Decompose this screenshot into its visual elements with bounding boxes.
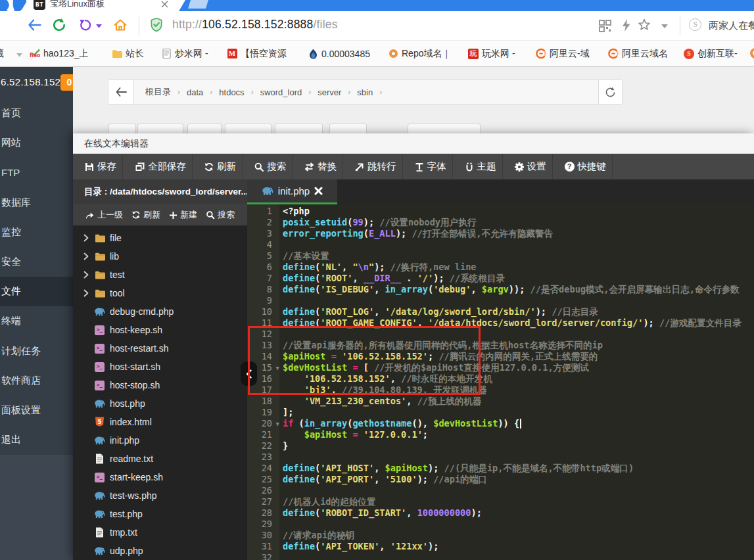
tree-item-start-keep.sh[interactable]: >_start-keep.sh [73, 468, 247, 486]
tree-item-udp.php[interactable]: udp.php [73, 542, 247, 560]
back-button[interactable] [108, 80, 134, 104]
bookmark-item-2[interactable]: 站长 [112, 41, 144, 66]
sidebar-item-5[interactable]: 监控 [0, 218, 73, 247]
toolbar-button-label: 全部保存 [148, 160, 186, 173]
sidebar-item-2[interactable]: 网站 [0, 128, 73, 158]
breadcrumb-item[interactable]: data [187, 87, 203, 97]
editor-toolbar-replace-button[interactable]: 替换 [293, 154, 343, 179]
chevron-right-icon [83, 234, 91, 242]
breadcrumb-item[interactable]: server [318, 87, 341, 97]
sidebar-item-4[interactable]: 数据库 [0, 188, 73, 218]
browser-tab[interactable]: BT 宝塔Linux面板 [26, 0, 179, 11]
tree-item-init.php[interactable]: init.php [73, 431, 247, 450]
security-shield-icon[interactable] [149, 17, 164, 33]
tree-item-host-start.sh[interactable]: >_host-start.sh [73, 358, 247, 376]
qrcode-icon[interactable] [599, 20, 611, 32]
tab-init-php[interactable]: init.php [247, 179, 337, 204]
bookmark-item-8[interactable]: 阿里云-域 [536, 41, 590, 66]
undo-dropdown-icon[interactable] [96, 24, 102, 28]
bookmark-item-7[interactable]: 玩玩米网 - [468, 41, 515, 66]
new-tab-button[interactable] [188, 0, 208, 9]
m-bookmark-icon: M [227, 49, 237, 59]
editor-toolbar-save-button[interactable]: 保存 [73, 154, 123, 179]
bookmark-item-5[interactable]: 0.00003485 [308, 41, 370, 66]
sidebar-item-6[interactable]: 安全 [0, 247, 73, 277]
breadcrumb-item[interactable]: 根目录 [145, 86, 171, 98]
editor-toolbar-theme-button[interactable]: 主题 [453, 154, 503, 179]
bookmark-item-3[interactable]: 炒米网 - [161, 41, 208, 66]
plus-icon [170, 211, 177, 219]
annotation-red-box [248, 326, 481, 395]
tree-item-debug-cmd.php[interactable]: debug-cmd.php [73, 302, 247, 321]
breadcrumb-item[interactable]: htdocs [219, 87, 244, 97]
tree-item-host.php[interactable]: host.php [73, 394, 247, 413]
bookmark-item-10[interactable]: S创新互联- [684, 41, 738, 66]
undo-icon[interactable] [79, 18, 92, 32]
fold-arrow-icon[interactable]: ▼ [276, 419, 279, 430]
tree-toolbar-uplevel-button[interactable]: 上一级 [85, 209, 123, 221]
reload-icon[interactable] [52, 18, 66, 32]
favorite-star-icon[interactable] [638, 18, 651, 31]
code-text [279, 552, 283, 560]
editor-toolbar-search-button[interactable]: 搜索 [243, 154, 293, 179]
tree-toolbar-refresh-button[interactable]: 刷新 [131, 209, 160, 221]
sidebar-item-3[interactable]: FTP [0, 158, 73, 187]
code-text: posix_setuid(99); //设置nobody用户执行 [279, 217, 476, 228]
address-bar[interactable]: http://106.52.158.152:8888/files [172, 18, 338, 32]
tree-item-test-ws.php[interactable]: test-ws.php [73, 486, 247, 505]
refresh-button[interactable] [598, 80, 622, 104]
breadcrumb[interactable]: 根目录›data›htdocs›sword_lord›server›sbin› [134, 80, 598, 104]
sidebar-item-12[interactable]: 退出 [0, 425, 73, 455]
sidebar-item-10[interactable]: 软件商店 [0, 366, 73, 396]
tree-item-host-keep.sh[interactable]: >_host-keep.sh [73, 321, 247, 339]
home-icon[interactable] [113, 18, 128, 32]
tab-close-icon[interactable] [161, 1, 168, 8]
flame-bookmark-icon [308, 49, 318, 59]
breadcrumb-item[interactable]: sword_lord [260, 87, 302, 97]
bookmark-item-1[interactable]: haohao123_上 [30, 41, 89, 66]
tree-item-file[interactable]: file [73, 229, 247, 247]
tree-item-test.php[interactable]: test.php [73, 505, 247, 523]
tree-toolbar-label: 搜索 [218, 209, 235, 221]
toolbar-dropdown-icon[interactable] [661, 24, 668, 29]
tree-item-host-restart.sh[interactable]: >_host-restart.sh [73, 339, 247, 358]
bookmark-label: 阿里云域名 [622, 48, 668, 60]
bookmark-stub[interactable]: 藏 [0, 41, 22, 66]
txt-file-icon [94, 454, 105, 465]
sidebar-item-9[interactable]: 计划任务 [0, 337, 73, 366]
tree-item-readme.txt[interactable]: readme.txt [73, 450, 247, 468]
back-icon[interactable] [28, 18, 41, 32]
editor-toolbar-goto-button[interactable]: 跳转行 [343, 154, 403, 179]
bookmark-item-9[interactable]: 阿里云域名 [608, 41, 668, 66]
sidebar-item-1[interactable]: 首页 [0, 99, 73, 128]
bookmark-label: 玩米网 - [482, 48, 515, 60]
editor-toolbar-gear-button[interactable]: 设置 [503, 154, 553, 179]
sidebar-item-7[interactable]: 文件 [0, 277, 73, 306]
editor-toolbar-font-button[interactable]: 字体 [403, 154, 453, 179]
code-text: //机器人id的起始位置 [279, 496, 376, 507]
breadcrumb-item[interactable]: sbin [357, 87, 373, 97]
editor-toolbar-refresh-button[interactable]: 刷新 [193, 154, 243, 179]
tree-item-lib[interactable]: lib [73, 247, 247, 266]
tab-close-icon[interactable] [314, 187, 323, 195]
tree-toolbar-search-button[interactable]: 搜索 [206, 209, 235, 221]
bt-favicon: BT [34, 0, 45, 10]
folder-file-icon [94, 269, 105, 281]
bookmark-item-6[interactable]: Repo域名｜ [388, 41, 451, 66]
tree-toolbar-plus-button[interactable]: 新建 [169, 209, 197, 221]
tree-item-index.html[interactable]: 5index.html [73, 413, 247, 431]
sidebar-item-11[interactable]: 面板设置 [0, 396, 73, 425]
sogou-icon[interactable]: S [689, 18, 701, 31]
sidebar-item-8[interactable]: 终端 [0, 306, 73, 336]
lightning-icon[interactable] [621, 18, 632, 32]
editor-toolbar-saveall-button[interactable]: 全部保存 [123, 154, 193, 179]
tree-item-label: host-start.sh [110, 362, 160, 372]
tree-item-tool[interactable]: tool [73, 284, 247, 302]
tree-item-test[interactable]: test [73, 266, 247, 284]
tree-item-host-stop.sh[interactable]: >_host-stop.sh [73, 376, 247, 394]
bookmark-item-4[interactable]: M【悟空资源 [227, 41, 287, 66]
editor-toolbar-help-button[interactable]: ?快捷键 [553, 154, 613, 179]
code-text: ]; [279, 407, 293, 418]
tree-item-tmp.txt[interactable]: tmp.txt [73, 523, 247, 542]
browser-right-label[interactable]: 两家人在餐 [709, 20, 754, 32]
